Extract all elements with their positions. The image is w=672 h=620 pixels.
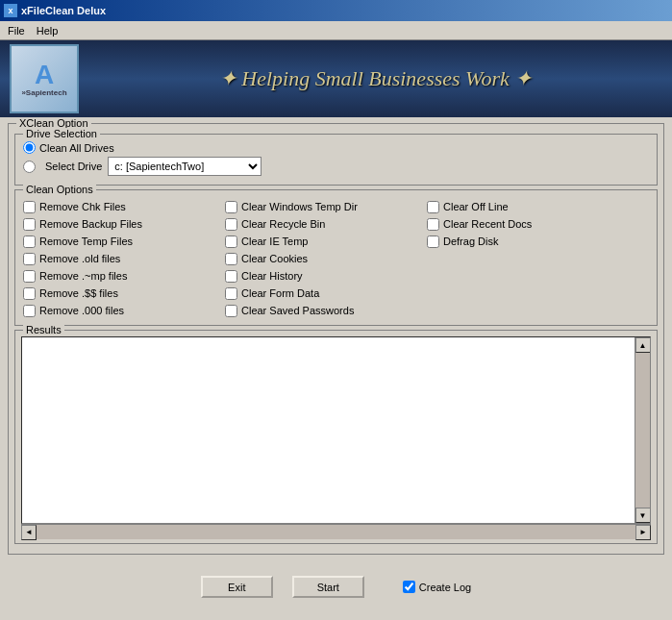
check-remove-tmp: Remove .~mp files <box>23 267 225 285</box>
results-area: ▲ ▼ <box>21 336 651 524</box>
results-label: Results <box>23 324 64 335</box>
label-remove-old: Remove .old files <box>39 253 120 264</box>
cb-remove-chk[interactable] <box>23 201 36 213</box>
scroll-left-button[interactable]: ◄ <box>21 525 37 540</box>
label-saved-passwords: Clear Saved Passwords <box>241 305 354 316</box>
check-remove-chk: Remove Chk Files <box>23 198 225 215</box>
drive-selection-label: Drive Selection <box>23 128 100 139</box>
label-remove-chk: Remove Chk Files <box>39 201 126 212</box>
clean-all-drives-row: Clean All Drives <box>23 141 649 154</box>
create-log-checkbox[interactable] <box>403 581 415 593</box>
menu-bar: File Help <box>0 21 672 40</box>
cb-remove-backup[interactable] <box>23 218 36 231</box>
label-remove-backup: Remove Backup Files <box>39 218 142 230</box>
bottom-bar: Exit Start Create Log <box>0 568 672 606</box>
label-history: Clear History <box>241 270 303 282</box>
scroll-track-v <box>635 353 650 508</box>
logo-letter: A <box>35 62 54 88</box>
clean-options-group: Clean Options Remove Chk Files Remove Ba… <box>14 189 658 326</box>
window-title: xFileClean Delux <box>21 5 106 16</box>
menu-help[interactable]: Help <box>31 23 64 38</box>
cb-off-line[interactable] <box>427 201 439 213</box>
label-win-temp: Clear Windows Temp Dir <box>241 201 358 212</box>
select-drive-row: Select Drive c: [SapientechTwo] <box>23 157 649 176</box>
cb-history[interactable] <box>225 270 237 283</box>
col2: Clear Windows Temp Dir Clear Recycle Bin… <box>225 198 427 319</box>
cb-ie-temp[interactable] <box>225 236 237 248</box>
cb-win-temp[interactable] <box>225 201 237 213</box>
scroll-up-button[interactable]: ▲ <box>635 337 651 353</box>
label-defrag: Defrag Disk <box>443 236 498 247</box>
cb-cookies[interactable] <box>225 253 237 265</box>
create-log-label: Create Log <box>419 582 471 593</box>
check-recycle: Clear Recycle Bin <box>225 215 427 233</box>
cb-remove-old[interactable] <box>23 253 36 265</box>
check-remove-dollar: Remove .$$ files <box>23 285 225 302</box>
main-content: XClean Option Drive Selection Clean All … <box>0 117 672 566</box>
create-log-area: Create Log <box>403 581 471 593</box>
cb-remove-000[interactable] <box>23 305 36 317</box>
cb-saved-passwords[interactable] <box>225 305 237 317</box>
check-remove-old: Remove .old files <box>23 250 225 267</box>
exit-button[interactable]: Exit <box>201 576 273 598</box>
check-win-temp: Clear Windows Temp Dir <box>225 198 427 215</box>
check-history: Clear History <box>225 267 427 285</box>
label-ie-temp: Clear IE Temp <box>241 236 309 247</box>
check-off-line: Clear Off Line <box>427 198 619 215</box>
check-form-data: Clear Form Data <box>225 285 427 302</box>
check-defrag: Defrag Disk <box>427 233 619 250</box>
app-icon: x <box>4 4 17 17</box>
scroll-down-button[interactable]: ▼ <box>635 508 651 523</box>
clean-all-drives-radio[interactable] <box>23 141 36 154</box>
cb-defrag[interactable] <box>427 236 439 248</box>
check-remove-000: Remove .000 files <box>23 302 225 319</box>
check-saved-passwords: Clear Saved Passwords <box>225 302 427 319</box>
cb-form-data[interactable] <box>225 287 237 300</box>
banner-tagline: ✦ Helping Small Businesses Work ✦ <box>88 66 662 91</box>
logo-name: »Sapientech <box>21 88 66 97</box>
scroll-track-h <box>37 525 635 539</box>
results-group: Results ▲ ▼ ◄ ► <box>14 330 658 544</box>
check-cookies: Clear Cookies <box>225 250 427 267</box>
label-off-line: Clear Off Line <box>443 201 509 212</box>
start-button[interactable]: Start <box>292 576 364 598</box>
scroll-right-button[interactable]: ► <box>635 525 651 540</box>
cb-recycle[interactable] <box>225 218 237 231</box>
check-recent-docs: Clear Recent Docs <box>427 215 619 233</box>
clean-options-label: Clean Options <box>23 184 96 195</box>
header-banner: A »Sapientech ✦ Helping Small Businesses… <box>0 40 672 117</box>
check-remove-backup: Remove Backup Files <box>23 215 225 233</box>
vertical-scrollbar: ▲ ▼ <box>635 337 650 523</box>
label-recycle: Clear Recycle Bin <box>241 218 325 230</box>
label-cookies: Clear Cookies <box>241 253 308 264</box>
cb-remove-tmp[interactable] <box>23 270 36 283</box>
col1: Remove Chk Files Remove Backup Files Rem… <box>23 198 225 319</box>
title-bar: x xFileClean Delux <box>0 0 672 21</box>
xclean-option-group: XClean Option Drive Selection Clean All … <box>8 123 664 555</box>
drive-select[interactable]: c: [SapientechTwo] <box>108 157 261 176</box>
clean-all-drives-label: Clean All Drives <box>39 142 114 154</box>
label-remove-temp: Remove Temp Files <box>39 236 133 247</box>
label-remove-000: Remove .000 files <box>39 305 124 316</box>
cb-recent-docs[interactable] <box>427 218 439 231</box>
label-form-data: Clear Form Data <box>241 287 319 299</box>
label-recent-docs: Clear Recent Docs <box>443 218 532 230</box>
logo-box: A »Sapientech <box>10 44 79 113</box>
drive-selection-group: Drive Selection Clean All Drives Select … <box>14 134 658 186</box>
cb-remove-dollar[interactable] <box>23 287 36 300</box>
select-drive-label: Select Drive <box>45 161 102 172</box>
label-remove-tmp: Remove .~mp files <box>39 270 127 282</box>
horizontal-scrollbar: ◄ ► <box>21 524 651 539</box>
results-textarea[interactable] <box>22 337 635 523</box>
col3: Clear Off Line Clear Recent Docs Defrag … <box>427 198 619 319</box>
check-remove-temp: Remove Temp Files <box>23 233 225 250</box>
options-grid: Remove Chk Files Remove Backup Files Rem… <box>23 198 649 319</box>
label-remove-dollar: Remove .$$ files <box>39 287 118 299</box>
menu-file[interactable]: File <box>2 23 31 38</box>
select-drive-radio[interactable] <box>23 161 36 173</box>
check-ie-temp: Clear IE Temp <box>225 233 427 250</box>
cb-remove-temp[interactable] <box>23 236 36 248</box>
